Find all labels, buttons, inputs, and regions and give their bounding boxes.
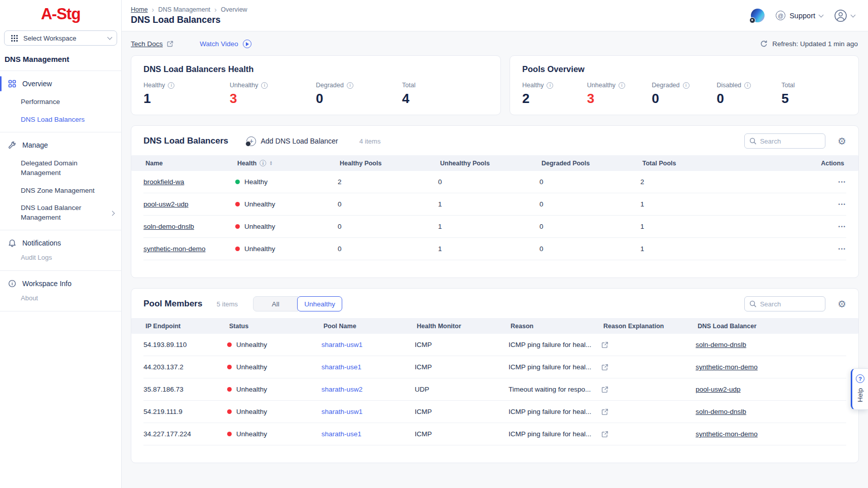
reason-explanation-link-icon[interactable] [601, 431, 608, 438]
dns-load-balancers-table-card: DNS Load Balancers + Add DNS Load Balanc… [131, 125, 859, 278]
refresh-button[interactable]: Refresh: Updated 1 min ago [760, 40, 858, 48]
breadcrumb-separator-icon: › [152, 6, 154, 13]
sort-icon[interactable]: ▲▼ [269, 161, 272, 165]
lb-name-link[interactable]: brookfield-wa [143, 178, 184, 186]
workspace-selector[interactable]: Select Workspace [4, 30, 117, 46]
sidebar-item-performance[interactable]: Performance [0, 93, 121, 111]
reason-explanation-link-icon[interactable] [601, 408, 608, 415]
items-count: 4 items [359, 137, 381, 145]
sidebar-item-delegated-domain-management[interactable]: Delegated Domain Management [0, 155, 121, 182]
dns-lb-link[interactable]: synthetic-mon-demo [696, 363, 757, 371]
status-badge: Unhealthy [227, 386, 267, 393]
table-row: brookfield-wa Healthy 2 0 0 2 ••• [143, 171, 846, 193]
lb-name-link[interactable]: synthetic-mon-demo [143, 245, 205, 253]
top-bar-actions: @ Support [751, 9, 855, 22]
bell-icon [8, 238, 17, 248]
sidebar-item-label: Manage [22, 141, 48, 149]
sidebar-item-label: Notifications [22, 239, 61, 247]
card-title: Pools Overview [522, 64, 846, 74]
add-dns-load-balancer-button[interactable]: + Add DNS Load Balancer [246, 136, 338, 146]
status-filter: All Unhealthy [253, 296, 342, 311]
row-actions-button[interactable]: ••• [839, 202, 846, 207]
sidebar-item-label: Workspace Info [22, 280, 71, 288]
reason-explanation-link-icon[interactable] [601, 364, 608, 371]
info-icon[interactable]: i [260, 160, 266, 166]
info-icon[interactable]: i [744, 82, 751, 89]
stat-unhealthy: Unhealthyi 3 [230, 82, 316, 107]
status-dot-icon [235, 180, 240, 184]
lb-name-link[interactable]: pool-usw2-udp [143, 200, 189, 208]
breadcrumb-home[interactable]: Home [131, 6, 148, 13]
stat-value: 3 [230, 91, 316, 107]
search-icon [749, 300, 756, 307]
status-badge: Unhealthy [235, 245, 275, 253]
watch-video-link[interactable]: Watch Video [200, 40, 251, 48]
pm-search[interactable] [744, 296, 825, 311]
breadcrumb-separator-icon: › [214, 6, 217, 13]
table-title: Pool Members [143, 299, 202, 309]
filter-unhealthy-tab[interactable]: Unhealthy [297, 296, 342, 311]
gear-icon[interactable]: ⚙ [838, 299, 846, 309]
sidebar-item-audit-logs[interactable]: Audit Logs [0, 253, 121, 267]
stat-healthy: Healthyi 2 [522, 82, 587, 107]
dashboard-icon [8, 79, 17, 88]
row-actions-button[interactable]: ••• [839, 180, 846, 185]
dns-lb-link[interactable]: pool-usw2-udp [696, 386, 741, 393]
top-bar: Home › DNS Management › Overview DNS Loa… [122, 0, 868, 31]
card-title: DNS Load Balancers Health [143, 64, 488, 74]
stat-degraded: Degradedi 0 [652, 82, 717, 107]
sidebar-item-overview[interactable]: Overview [0, 74, 121, 93]
filter-all-tab[interactable]: All [253, 296, 298, 311]
status-dot-icon [227, 409, 232, 414]
dns-lb-link[interactable]: soln-demo-dnslb [696, 408, 746, 415]
info-icon[interactable]: i [261, 82, 268, 89]
table-row: 44.203.137.2 Unhealthy sharath-use1 ICMP… [143, 356, 846, 378]
pool-name-link[interactable]: sharath-use1 [321, 363, 361, 371]
sidebar-item-dns-zone-management[interactable]: DNS Zone Management [0, 182, 121, 200]
info-icon[interactable]: i [683, 82, 690, 89]
info-icon[interactable]: i [619, 82, 625, 89]
sidebar-item-dns-load-balancer-management[interactable]: DNS Load Balancer Management [0, 199, 121, 227]
sidebar-item-workspace-info[interactable]: Workspace Info [0, 274, 121, 293]
refresh-label: Refresh: Updated 1 min ago [772, 40, 858, 48]
support-menu[interactable]: @ Support [776, 11, 823, 20]
question-icon: ? [856, 374, 864, 383]
sidebar-item-about[interactable]: About [0, 293, 121, 308]
row-actions-button[interactable]: ••• [839, 247, 846, 252]
lb-name-link[interactable]: soln-demo-dnslb [143, 223, 194, 230]
reason-explanation-link-icon[interactable] [601, 341, 608, 348]
status-dot-icon [235, 202, 240, 206]
info-icon[interactable]: i [168, 82, 174, 89]
items-count: 5 items [216, 300, 238, 308]
reason-explanation-link-icon[interactable] [601, 386, 608, 393]
sidebar-item-manage[interactable]: Manage [0, 135, 121, 155]
stat-value: 2 [522, 91, 587, 107]
pool-name-link[interactable]: sharath-use1 [321, 430, 361, 438]
pool-name-link[interactable]: sharath-usw1 [321, 341, 363, 348]
help-tab[interactable]: ? Help [851, 368, 868, 410]
gear-icon[interactable]: ⚙ [838, 136, 846, 146]
dns-lb-link[interactable]: soln-demo-dnslb [696, 341, 746, 348]
stat-value: 0 [652, 91, 717, 107]
help-label: Help [856, 388, 864, 402]
pool-name-link[interactable]: sharath-usw1 [321, 408, 363, 415]
pool-name-link[interactable]: sharath-usw2 [321, 386, 363, 393]
account-menu[interactable] [834, 9, 855, 22]
tech-docs-link[interactable]: Tech Docs [131, 40, 173, 48]
info-icon[interactable]: i [347, 82, 353, 89]
sidebar-item-dns-load-balancers[interactable]: DNS Load Balancers [0, 111, 121, 129]
lb-search-input[interactable] [760, 137, 816, 145]
dns-lb-link[interactable]: synthetic-mon-demo [696, 430, 757, 438]
stat-value: 4 [402, 91, 488, 107]
row-actions-button[interactable]: ••• [839, 224, 846, 229]
links-row: Tech Docs Watch Video [131, 31, 859, 55]
search-icon [749, 137, 756, 145]
workspace-avatar[interactable] [751, 9, 765, 22]
sidebar-item-notifications[interactable]: Notifications [0, 233, 121, 253]
stat-value: 0 [316, 91, 402, 107]
pm-search-input[interactable] [760, 300, 816, 308]
breadcrumb-dns-management[interactable]: DNS Management [158, 6, 210, 13]
table-row: 54.193.89.110 Unhealthy sharath-usw1 ICM… [143, 334, 846, 356]
lb-search[interactable] [744, 133, 825, 149]
info-icon[interactable]: i [547, 82, 553, 89]
